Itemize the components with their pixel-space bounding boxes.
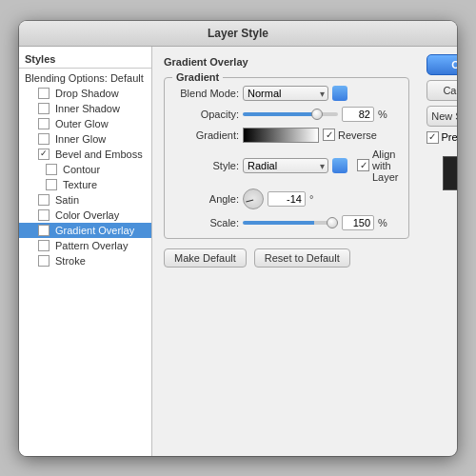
make-default-button[interactable]: Make Default bbox=[164, 248, 247, 268]
blend-mode-row: Blend Mode: Normal Dissolve Multiply Scr… bbox=[174, 86, 399, 101]
drop-shadow-label: Drop Shadow bbox=[55, 88, 119, 99]
opacity-input[interactable]: 82 bbox=[342, 107, 374, 122]
sidebar-item-inner-glow[interactable]: Inner Glow bbox=[19, 131, 151, 147]
contour-checkbox[interactable] bbox=[46, 164, 57, 175]
texture-label: Texture bbox=[63, 179, 97, 190]
preview-swatch bbox=[443, 156, 457, 190]
opacity-label: Opacity: bbox=[174, 109, 239, 120]
style-select-wrapper: Linear Radial Angle Reflected Diamond bbox=[243, 158, 328, 173]
opacity-slider[interactable] bbox=[243, 112, 338, 116]
stroke-label: Stroke bbox=[55, 255, 86, 267]
right-panel: OK Cancel New Style... Preview bbox=[421, 47, 457, 456]
style-row: Style: Linear Radial Angle Reflected Dia… bbox=[174, 149, 399, 183]
bevel-emboss-label: Bevel and Emboss bbox=[55, 149, 143, 160]
blend-mode-label: Blend Mode: bbox=[174, 88, 239, 99]
inner-shadow-label: Inner Shadow bbox=[55, 103, 120, 114]
reset-to-default-button[interactable]: Reset to Default bbox=[254, 248, 350, 268]
gradient-label: Gradient: bbox=[174, 129, 239, 141]
align-layer-label[interactable]: Align with Layer bbox=[357, 149, 399, 183]
pattern-overlay-label: Pattern Overlay bbox=[55, 240, 128, 251]
align-layer-text: Align with Layer bbox=[372, 149, 399, 183]
preview-label: Preview bbox=[442, 131, 457, 143]
dialog-title: Layer Style bbox=[19, 21, 457, 47]
color-overlay-label: Color Overlay bbox=[55, 209, 119, 221]
sidebar-item-contour[interactable]: Contour bbox=[19, 162, 151, 177]
pattern-overlay-checkbox[interactable] bbox=[38, 240, 50, 251]
sidebar-item-inner-shadow[interactable]: Inner Shadow bbox=[19, 101, 151, 116]
style-select[interactable]: Linear Radial Angle Reflected Diamond bbox=[243, 158, 328, 173]
blend-mode-icon bbox=[332, 86, 347, 101]
align-layer-checkbox[interactable] bbox=[357, 159, 369, 171]
scale-input[interactable] bbox=[342, 215, 374, 230]
scale-row: Scale: % bbox=[174, 215, 399, 230]
outer-glow-checkbox[interactable] bbox=[38, 118, 50, 129]
cancel-button[interactable]: Cancel bbox=[426, 80, 457, 101]
gradient-overlay-label: Gradient Overlay bbox=[55, 225, 134, 236]
satin-label: Satin bbox=[55, 194, 79, 206]
blend-mode-select[interactable]: Normal Dissolve Multiply Screen Overlay bbox=[243, 86, 328, 101]
angle-label: Angle: bbox=[174, 193, 239, 205]
inner-glow-label: Inner Glow bbox=[55, 133, 106, 145]
main-panel: Gradient Overlay Gradient Blend Mode: No… bbox=[152, 47, 421, 456]
styles-panel: Styles Blending Options: Default Drop Sh… bbox=[19, 47, 152, 456]
bevel-emboss-checkbox[interactable]: ✓ bbox=[38, 149, 50, 160]
angle-unit: ° bbox=[309, 193, 313, 205]
sidebar-item-color-overlay[interactable]: Color Overlay bbox=[19, 208, 151, 223]
new-style-button[interactable]: New Style... bbox=[426, 106, 457, 127]
ok-button[interactable]: OK bbox=[426, 54, 457, 75]
blend-mode-select-wrapper: Normal Dissolve Multiply Screen Overlay bbox=[243, 86, 328, 101]
styles-panel-header: Styles bbox=[19, 50, 151, 69]
angle-container: ° bbox=[243, 188, 313, 209]
scale-slider[interactable] bbox=[243, 221, 338, 225]
style-icon bbox=[332, 158, 347, 173]
opacity-slider-container: 82 % bbox=[243, 107, 387, 122]
color-overlay-checkbox[interactable] bbox=[38, 209, 50, 221]
texture-checkbox[interactable] bbox=[46, 179, 57, 190]
group-legend: Gradient bbox=[172, 71, 223, 83]
satin-checkbox[interactable] bbox=[38, 194, 50, 206]
reverse-checkbox-label[interactable]: Reverse bbox=[323, 129, 377, 141]
stroke-checkbox[interactable] bbox=[38, 255, 50, 267]
gradient-overlay-checkbox[interactable]: ✓ bbox=[38, 225, 50, 236]
opacity-unit: % bbox=[378, 109, 387, 120]
style-label: Style: bbox=[174, 160, 239, 171]
contour-label: Contour bbox=[63, 164, 100, 175]
sidebar-item-bevel-emboss[interactable]: ✓ Bevel and Emboss bbox=[19, 147, 151, 162]
preview-row: Preview bbox=[426, 131, 457, 144]
gradient-row: Gradient: Reverse bbox=[174, 128, 399, 143]
angle-row: Angle: ° bbox=[174, 188, 399, 209]
layer-style-dialog: Layer Style Styles Blending Options: Def… bbox=[19, 21, 457, 456]
bottom-buttons: Make Default Reset to Default bbox=[164, 248, 409, 268]
angle-dial[interactable] bbox=[243, 188, 264, 209]
outer-glow-label: Outer Glow bbox=[55, 118, 109, 129]
opacity-row: Opacity: 82 % bbox=[174, 107, 399, 122]
sidebar-item-satin[interactable]: Satin bbox=[19, 192, 151, 208]
preview-checkbox[interactable] bbox=[426, 131, 439, 144]
reverse-label: Reverse bbox=[338, 129, 377, 141]
gradient-group: Gradient Blend Mode: Normal Dissolve Mul… bbox=[164, 77, 409, 239]
sidebar-item-gradient-overlay[interactable]: ✓ Gradient Overlay bbox=[19, 223, 151, 238]
sidebar-item-outer-glow[interactable]: Outer Glow bbox=[19, 116, 151, 131]
sidebar-item-stroke[interactable]: Stroke bbox=[19, 253, 151, 268]
angle-input[interactable] bbox=[268, 191, 306, 207]
scale-unit: % bbox=[378, 217, 387, 228]
sidebar-item-texture[interactable]: Texture bbox=[19, 177, 151, 192]
section-title: Gradient Overlay bbox=[164, 56, 409, 68]
sidebar-item-pattern-overlay[interactable]: Pattern Overlay bbox=[19, 238, 151, 253]
sidebar-item-blending[interactable]: Blending Options: Default bbox=[19, 70, 151, 86]
inner-glow-checkbox[interactable] bbox=[38, 133, 50, 145]
inner-shadow-checkbox[interactable] bbox=[38, 103, 50, 114]
scale-label: Scale: bbox=[174, 217, 239, 228]
drop-shadow-checkbox[interactable] bbox=[38, 88, 50, 99]
reverse-checkbox[interactable] bbox=[323, 129, 335, 141]
gradient-preview[interactable] bbox=[243, 128, 319, 143]
blending-label: Blending Options: Default bbox=[25, 72, 144, 84]
sidebar-item-drop-shadow[interactable]: Drop Shadow bbox=[19, 86, 151, 101]
scale-slider-container: % bbox=[243, 215, 387, 230]
